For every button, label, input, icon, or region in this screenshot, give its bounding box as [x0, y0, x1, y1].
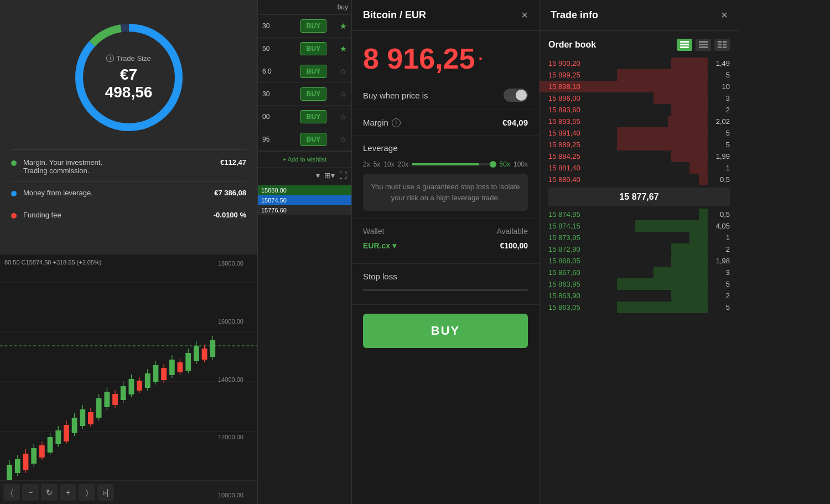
buy-button-2[interactable]: BUY	[300, 65, 326, 78]
wallet-currency-row: EUR.cx ▾ €100,00	[363, 241, 528, 250]
buy-price-5: 95	[262, 136, 287, 143]
leverage-10x[interactable]: 10x	[383, 160, 394, 168]
sell-price: 15 880,40	[548, 175, 598, 184]
trade-circle-container: i Trade Size €7 498,56	[11, 17, 246, 138]
wallet-row: Wallet Available	[363, 227, 528, 236]
leverage-5x[interactable]: 5x	[374, 160, 381, 168]
buy-amount: 2	[708, 292, 730, 300]
star-icon-2[interactable]: ☆	[340, 67, 347, 76]
legend-leverage: Money from leverage. €7 386,08	[11, 189, 246, 204]
buy-bar	[699, 209, 708, 220]
leverage-2x[interactable]: 2x	[363, 160, 370, 168]
chevron-down-icon: ▾	[392, 241, 396, 250]
leverage-track[interactable]	[412, 163, 496, 165]
view-icon-2[interactable]	[696, 39, 711, 51]
buy-button-0[interactable]: BUY	[300, 19, 326, 33]
leverage-50x[interactable]: 50x	[500, 160, 510, 168]
trade-info-close-btn[interactable]: ×	[721, 9, 728, 22]
sell-price: 15 889,25	[548, 141, 598, 149]
buy-action-btn[interactable]: BUY	[363, 314, 528, 348]
svg-rect-69	[718, 44, 722, 45]
buy-amount: 1,98	[708, 257, 730, 265]
buy-price: 15 873,95	[548, 233, 598, 242]
buy-amount: 0,5	[708, 210, 730, 219]
margin-info-icon[interactable]: i	[392, 118, 401, 127]
buy-when-toggle[interactable]	[504, 89, 528, 102]
buy-order-row: 15 863,055	[548, 302, 730, 313]
circle-content: i Trade Size €7 498,56	[98, 54, 159, 101]
buy-order-row: 15 872,902	[548, 243, 730, 255]
wallet-currency[interactable]: EUR.cx ▾	[363, 241, 396, 250]
chart-next-btn[interactable]: 〉	[79, 484, 95, 501]
sell-order-row: 15 899,255	[548, 69, 730, 81]
bitcoin-close-btn[interactable]: ×	[521, 9, 528, 22]
buy-list-panel: buy 30 BUY ★ 50 BUY ★ 6,0 BUY ☆ 30 BUY ☆…	[257, 0, 351, 504]
legend-margin: Margin. Your investment. Trading commiss…	[11, 158, 246, 182]
buy-price: 15 868,05	[548, 257, 598, 265]
buy-amount: 5	[708, 280, 730, 288]
sell-price: 15 881,40	[548, 164, 598, 172]
star-icon-4[interactable]: ☆	[340, 112, 347, 121]
dropdown-icon[interactable]: ▾	[316, 171, 320, 180]
buy-price-4: 00	[262, 113, 287, 121]
buy-button-1[interactable]: BUY	[300, 42, 326, 55]
chart-zoom-in-btn[interactable]: +	[60, 484, 76, 501]
chart-zoom-out-btn[interactable]: −	[22, 484, 39, 501]
buy-button-4[interactable]: BUY	[300, 110, 326, 123]
star-icon-1[interactable]: ★	[340, 44, 347, 53]
order-book-title: Order book	[548, 40, 596, 50]
leverage-warning: You must use a guaranteed stop loss to i…	[363, 174, 528, 211]
bitcoin-modal: Bitcoin / EUR × 8 916,25· Buy when price…	[351, 0, 540, 504]
leverage-thumb	[490, 161, 496, 168]
buy-order-row: 15 874,950,5	[548, 209, 730, 220]
buy-bar	[671, 255, 708, 267]
svg-rect-66	[699, 46, 708, 48]
sell-order-row: 15 893,602	[548, 104, 730, 116]
chart-controls: ▾ ⊞▾ ⛶	[258, 167, 351, 183]
margin-text: Margin. Your investment. Trading commiss…	[23, 158, 220, 175]
expand-icon[interactable]: ⛶	[339, 171, 347, 180]
buy-price-3: 30	[262, 90, 287, 98]
chart-last-btn[interactable]: ▹|	[97, 484, 114, 501]
price-level-0: 15880.80	[258, 185, 351, 195]
sell-bar	[617, 69, 708, 81]
buy-button-3[interactable]: BUY	[300, 87, 326, 101]
leverage-20x[interactable]: 20x	[398, 160, 408, 168]
stop-loss-bar[interactable]	[363, 289, 528, 291]
bitcoin-price: 8 916,25·	[352, 31, 539, 81]
info-icon[interactable]: i	[106, 54, 114, 62]
buy-when-label: Buy when price is	[363, 91, 428, 100]
legend-funding: Funding fee -0.0100 %	[11, 211, 246, 226]
buy-order-row: 15 868,051,98	[548, 255, 730, 267]
layers-icon[interactable]: ⊞▾	[324, 171, 335, 180]
star-icon-0[interactable]: ★	[340, 22, 347, 30]
svg-rect-64	[699, 41, 708, 43]
add-wishlist-btn[interactable]: + Add to wishlist	[258, 151, 351, 167]
modal-header: Bitcoin / EUR ×	[352, 0, 539, 31]
buy-item-1: 50 BUY ★	[258, 38, 351, 60]
buy-bar	[671, 290, 708, 302]
leverage-100x[interactable]: 100x	[513, 160, 528, 168]
chart-prev-btn[interactable]: 〈	[3, 484, 20, 501]
margin-dot	[11, 160, 17, 166]
funding-amount: -0.0100 %	[214, 211, 246, 219]
chart-refresh-btn[interactable]: ↻	[41, 484, 58, 501]
buy-amount: 4,05	[708, 222, 730, 230]
buy-amount: 2	[708, 245, 730, 253]
sell-bar	[689, 162, 708, 174]
order-book-header: Order book	[548, 39, 730, 51]
view-icon-3[interactable]	[714, 39, 730, 51]
buy-price: 15 863,05	[548, 303, 598, 311]
sell-bar	[671, 58, 708, 69]
buy-list-header: buy	[258, 0, 351, 15]
legend-section: Margin. Your investment. Trading commiss…	[11, 149, 246, 232]
buy-button-5[interactable]: BUY	[300, 133, 326, 146]
star-icon-5[interactable]: ☆	[340, 135, 347, 144]
star-icon-3[interactable]: ☆	[340, 90, 347, 98]
buy-amount: 1	[708, 233, 730, 242]
buy-order-row: 15 873,951	[548, 232, 730, 243]
buy-bar	[635, 220, 708, 232]
price-level-2: 15776.60	[258, 205, 351, 215]
view-icon-1[interactable]	[677, 39, 692, 51]
buy-price-0: 30	[262, 22, 287, 30]
